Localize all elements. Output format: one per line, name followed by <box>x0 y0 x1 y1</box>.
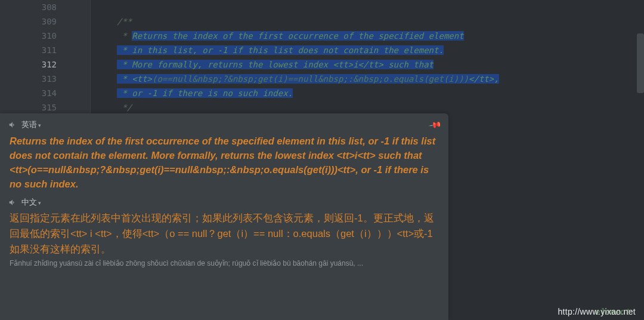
chevron-down-icon: ▾ <box>38 200 41 206</box>
speaker-icon[interactable] <box>8 121 17 129</box>
selected-text: * in this list, or -1 if this list does … <box>122 45 443 55</box>
watermark-url: http://www.yixao.net <box>558 307 636 316</box>
selected-text: i <box>353 60 358 69</box>
selected-text: (o==null&nbsp;?&nbsp;get(i)==null&nbsp;:… <box>152 74 469 84</box>
pin-icon[interactable]: 📌 <box>429 118 442 131</box>
line-number: 309 <box>0 14 90 29</box>
html-tag: <tt> <box>333 60 353 69</box>
translated-text: 返回指定元素在此列表中首次出现的索引；如果此列表不包含该元素，则返回-1。更正式… <box>0 209 448 257</box>
transliteration-text: Fǎnhuí zhǐdìng yuánsù zài cǐ lièbiǎo zhō… <box>0 257 448 267</box>
selected-text: * <box>122 74 132 84</box>
code-text: * <box>117 31 132 41</box>
selected-text: * or -1 if there is no such index. <box>122 88 293 98</box>
speaker-icon[interactable] <box>8 198 17 207</box>
chevron-down-icon: ▾ <box>38 122 41 128</box>
selected-text: , <box>494 74 499 84</box>
line-number: 310 <box>0 29 90 43</box>
line-number: 308 <box>0 0 90 14</box>
selected-text: such that <box>383 60 434 69</box>
code-editor[interactable]: 308 309 310 311 312 313 314 315 /** * Re… <box>0 0 644 320</box>
source-text: Returns the index of the first occurrenc… <box>0 133 448 195</box>
popup-header: 英语▾ 📌 <box>0 113 448 133</box>
translation-popup: 英语▾ 📌 Returns the index of the first occ… <box>0 113 448 320</box>
selected-text: * More formally, returns the lowest inde… <box>122 60 333 69</box>
line-number: 315 <box>0 100 90 115</box>
line-number-current: 312 <box>0 57 90 72</box>
line-number: 314 <box>0 86 90 100</box>
javadoc-close: */ <box>117 103 132 112</box>
selected-text: Returns the index of the first occurrenc… <box>132 31 463 41</box>
code-area[interactable]: /** * Returns the index of the first occ… <box>91 0 644 115</box>
line-number: 311 <box>0 43 90 57</box>
html-tag: <tt> <box>132 74 152 84</box>
scrollbar-thumb[interactable] <box>637 33 644 93</box>
source-language-label[interactable]: 英语▾ <box>21 119 41 130</box>
javadoc-open: /** <box>117 17 132 26</box>
html-tag: </tt> <box>469 74 494 84</box>
popup-subheader: 中文▾ <box>0 195 448 209</box>
html-tag: </tt> <box>358 60 383 69</box>
target-language-label[interactable]: 中文▾ <box>21 197 41 208</box>
line-number: 313 <box>0 72 90 86</box>
